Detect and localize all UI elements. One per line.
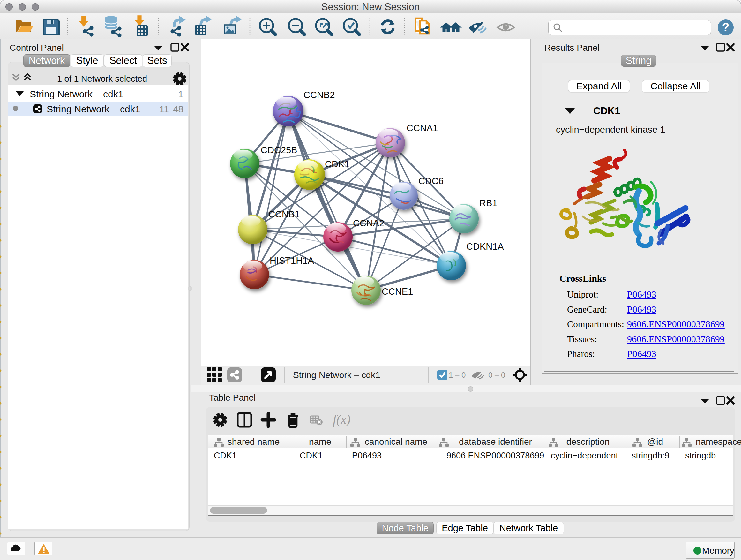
svg-text:f(x): f(x) <box>333 412 351 427</box>
svg-text:CCNE1: CCNE1 <box>382 287 413 297</box>
svg-text:CDC25B: CDC25B <box>261 145 297 155</box>
svg-text:String Network – cdk1: String Network – cdk1 <box>293 370 381 380</box>
svg-text:CDC6: CDC6 <box>418 176 444 186</box>
svg-text:CCNB2: CCNB2 <box>304 90 335 100</box>
svg-text:CDKN1A: CDKN1A <box>466 241 504 252</box>
svg-text:CCNA2: CCNA2 <box>353 218 384 228</box>
svg-text:CCNB1: CCNB1 <box>268 209 300 219</box>
svg-text:1 – 0: 1 – 0 <box>449 371 466 379</box>
svg-text:RB1: RB1 <box>479 198 497 208</box>
svg-text:CCNA1: CCNA1 <box>407 123 438 133</box>
svg-text:CDK1: CDK1 <box>325 159 349 169</box>
svg-text:0 – 0: 0 – 0 <box>488 371 505 379</box>
svg-text:HIST1H1A: HIST1H1A <box>270 255 314 266</box>
